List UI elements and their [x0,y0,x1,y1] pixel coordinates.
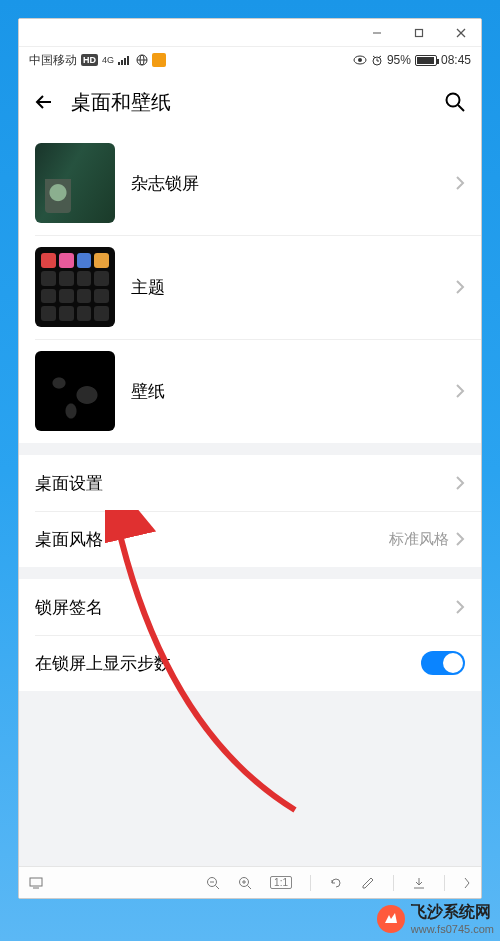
label-lock-signature: 锁屏签名 [35,596,455,619]
tb-divider [310,875,311,891]
svg-rect-21 [30,878,42,886]
watermark-logo-icon [377,905,405,933]
thumb-magazine [35,143,115,223]
label-wallpaper: 壁纸 [131,380,455,403]
window-maximize-button[interactable] [405,23,433,43]
tb-scale-button[interactable]: 1:1 [270,876,292,889]
content-area: 杂志锁屏 主题 壁纸 [19,131,481,866]
battery-icon [415,55,437,66]
window-titlebar [19,19,481,47]
svg-line-24 [216,885,220,889]
row-magazine-lockscreen[interactable]: 杂志锁屏 [19,131,481,235]
thumb-theme [35,247,115,327]
watermark-title: 飞沙系统网 [411,903,491,920]
alarm-icon [371,54,383,66]
row-lock-signature[interactable]: 锁屏签名 [19,579,481,635]
tb-divider [444,875,445,891]
label-theme: 主题 [131,276,455,299]
chevron-right-icon [455,475,465,491]
svg-point-12 [358,58,362,62]
row-show-steps: 在锁屏上显示步数 [19,635,481,691]
eye-comfort-icon [353,55,367,65]
svg-rect-4 [118,62,120,65]
tb-zoom-out-button[interactable] [206,876,220,890]
chevron-right-icon [455,279,465,295]
label-magazine: 杂志锁屏 [131,172,455,195]
window-minimize-button[interactable] [363,23,391,43]
watermark: 飞沙系统网 www.fs0745.com [377,902,494,935]
page-header: 桌面和壁纸 [19,73,481,131]
watermark-url: www.fs0745.com [411,923,494,935]
tb-screen-button[interactable] [29,877,43,889]
signal-icon [118,55,132,65]
back-button[interactable] [33,90,57,114]
svg-rect-6 [124,58,126,65]
tb-scale-label: 1:1 [270,876,292,889]
tb-divider [393,875,394,891]
label-home-style: 桌面风格 [35,528,389,551]
tb-zoom-in-button[interactable] [238,876,252,890]
chevron-right-icon [455,599,465,615]
svg-line-27 [248,885,252,889]
chevron-right-icon [455,531,465,547]
window-close-button[interactable] [447,23,475,43]
svg-rect-7 [127,56,129,65]
value-home-style: 标准风格 [389,530,449,549]
network-label: 4G [102,55,114,65]
switch-show-steps[interactable] [421,651,465,675]
chevron-right-icon [455,383,465,399]
row-home-style[interactable]: 桌面风格 标准风格 [19,511,481,567]
chevron-right-icon [455,175,465,191]
globe-icon [136,54,148,66]
group-appearance: 杂志锁屏 主题 壁纸 [19,131,481,443]
carrier-label: 中国移动 [29,52,77,69]
emulator-window: 中国移动 HD 4G 95% 08:45 桌面和壁纸 [18,18,482,899]
emulator-toolbar: 1:1 [19,866,481,898]
search-button[interactable] [443,90,467,114]
tb-more-button[interactable] [463,876,471,890]
svg-point-19 [447,94,460,107]
app-badge-icon [152,53,166,67]
page-title: 桌面和壁纸 [71,89,429,116]
label-home-settings: 桌面设置 [35,472,455,495]
tb-rotate-button[interactable] [329,876,343,890]
statusbar: 中国移动 HD 4G 95% 08:45 [19,47,481,73]
svg-line-16 [373,56,375,58]
svg-line-20 [458,105,464,111]
clock-time: 08:45 [441,53,471,67]
svg-rect-1 [416,29,423,36]
tb-download-button[interactable] [412,876,426,890]
phone-screen: 中国移动 HD 4G 95% 08:45 桌面和壁纸 [19,47,481,898]
svg-line-17 [379,56,381,58]
group-home: 桌面设置 桌面风格 标准风格 [19,455,481,567]
row-wallpaper[interactable]: 壁纸 [19,339,481,443]
group-lockscreen: 锁屏签名 在锁屏上显示步数 [19,579,481,691]
thumb-wallpaper [35,351,115,431]
hd-badge: HD [81,54,98,66]
row-home-settings[interactable]: 桌面设置 [19,455,481,511]
svg-rect-5 [121,60,123,65]
label-show-steps: 在锁屏上显示步数 [35,652,421,675]
tb-edit-button[interactable] [361,876,375,890]
battery-percent: 95% [387,53,411,67]
row-theme[interactable]: 主题 [19,235,481,339]
